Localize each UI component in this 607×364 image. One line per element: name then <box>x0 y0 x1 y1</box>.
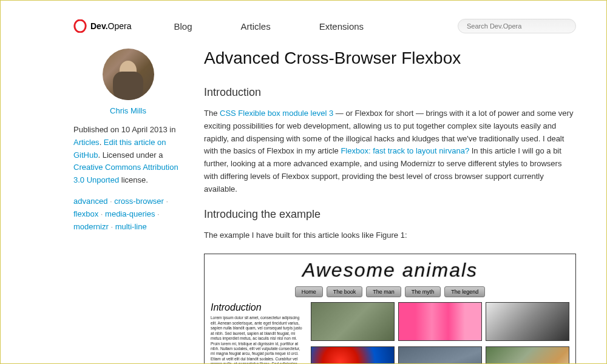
search-input[interactable] <box>458 19 576 33</box>
tag-cross-browser[interactable]: cross-browser <box>114 197 164 206</box>
link-css-flexbox-spec[interactable]: CSS Flexible box module level 3 <box>220 109 333 118</box>
svg-point-0 <box>75 20 86 32</box>
figure-intro-heading: Introduction <box>211 302 305 313</box>
article-meta: Published on 10 April 2013 in Articles. … <box>73 124 183 187</box>
intro-paragraph: The CSS Flexible box module level 3 — or… <box>204 107 576 196</box>
figure-nav-myth: The myth <box>405 286 441 297</box>
figure-nav-man: The man <box>366 286 401 297</box>
heading-introduction: Introduction <box>204 86 576 99</box>
figure-banner-title: Awesome animals <box>205 254 575 284</box>
figure-image-flamingos <box>398 302 482 341</box>
tag-advanced[interactable]: advanced <box>73 197 107 206</box>
site-name: Dev.Opera <box>90 21 131 31</box>
figure-nav-book: The book <box>327 286 363 297</box>
figure-image-lion <box>311 302 395 341</box>
figure-nav-legend: The legend <box>444 286 485 297</box>
category-link[interactable]: Articles <box>73 138 100 147</box>
author-link[interactable]: Chris Mills <box>73 106 183 115</box>
figure-nav: Home The book The man The myth The legen… <box>205 284 575 302</box>
link-flexbox-nirvana[interactable]: Flexbox: fast track to layout nirvana? <box>341 146 469 155</box>
figure-1: Awesome animals Home The book The man Th… <box>204 254 576 364</box>
figure-image-crocodile <box>486 346 569 364</box>
site-logo[interactable]: Dev.Opera <box>73 19 131 33</box>
figure-image-hippo <box>398 346 482 364</box>
figure-image-parrot <box>311 346 395 364</box>
tag-flexbox[interactable]: flexbox <box>73 209 98 218</box>
figure-image-grid <box>311 302 569 364</box>
tag-multi-line[interactable]: multi-line <box>115 222 147 231</box>
nav-articles[interactable]: Articles <box>241 21 271 32</box>
article-title: Advanced Cross-Browser Flexbox <box>204 49 576 68</box>
heading-example: Introducing the example <box>204 208 576 221</box>
figure-image-snake <box>486 302 569 341</box>
nav-blog[interactable]: Blog <box>174 21 192 32</box>
figure-nav-home: Home <box>295 286 323 297</box>
tag-modernizr[interactable]: modernizr <box>73 222 109 231</box>
author-avatar <box>103 49 154 100</box>
opera-logo-icon <box>73 19 87 33</box>
figure-intro-text: Lorem ipsum dolor sit amet, consectetur … <box>211 315 305 364</box>
nav-extensions[interactable]: Extensions <box>319 21 364 32</box>
tag-media-queries[interactable]: media-queries <box>105 209 155 218</box>
example-paragraph: The example I have built for this articl… <box>204 229 576 242</box>
tag-list: advanced · cross-browser · flexbox · med… <box>73 195 183 233</box>
